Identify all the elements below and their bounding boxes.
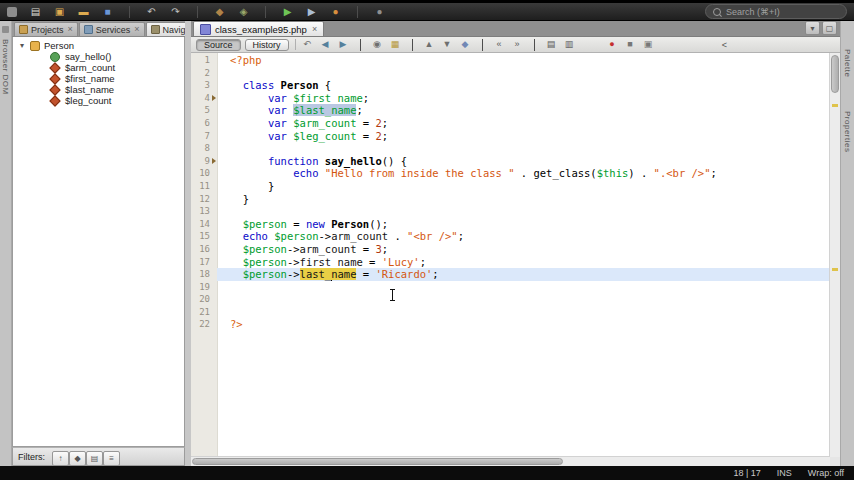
navigator-item[interactable]: $last_name <box>13 84 184 95</box>
back-icon[interactable]: ◀ <box>320 39 331 50</box>
navigator-item-person[interactable]: ▾ Person <box>13 40 184 51</box>
left-dock-strip[interactable]: Browser DOM <box>0 21 12 466</box>
filter-show-inherited-icon[interactable]: ↑ <box>52 451 69 466</box>
right-dock-strip[interactable]: Palette Properties <box>840 21 854 466</box>
run-project-icon[interactable]: ▶ <box>281 5 294 18</box>
insert-mode[interactable]: INS <box>777 468 792 478</box>
line-number[interactable]: 8 <box>191 142 217 155</box>
code-line[interactable]: 12 } <box>191 193 830 206</box>
code-line[interactable]: 19 <box>191 281 830 294</box>
line-number[interactable]: 12 <box>191 193 217 206</box>
shift-line-right-icon[interactable]: » <box>512 39 523 50</box>
scrollbar-thumb[interactable] <box>192 458 563 465</box>
code-line[interactable]: 15 echo $person->arm_count . "<br />"; <box>191 230 830 243</box>
find-selection-icon[interactable]: ◉ <box>372 39 383 50</box>
comment-icon[interactable]: ▤ <box>546 39 557 50</box>
code-line[interactable]: 4 var $first_name; <box>191 92 830 105</box>
code-line[interactable]: 10 echo "Hello from inside the class " .… <box>191 167 830 180</box>
line-number[interactable]: 6 <box>191 117 217 130</box>
highlight-search-icon[interactable]: ▦ <box>390 39 401 50</box>
line-number[interactable]: 14 <box>191 218 217 231</box>
next-bookmark-icon[interactable]: ▼ <box>442 39 453 50</box>
code-line[interactable]: 13 <box>191 205 830 218</box>
code-line[interactable]: 2 <box>191 67 830 80</box>
line-number[interactable]: 2 <box>191 67 217 80</box>
code-line[interactable]: 14 $person = new Person(); <box>191 218 830 231</box>
close-icon[interactable]: × <box>312 25 317 34</box>
code-line[interactable]: 16 $person->arm_count = 3; <box>191 243 830 256</box>
navigator-item[interactable]: $first_name <box>13 73 184 84</box>
minimized-window-label[interactable]: Browser DOM <box>1 39 10 95</box>
toolbar-overflow-icon[interactable]: < <box>722 40 727 50</box>
collapse-icon[interactable]: ▾ <box>18 42 26 50</box>
maximize-window-icon[interactable]: ▢ <box>822 21 837 35</box>
source-button[interactable]: Source <box>196 39 241 51</box>
save-all-icon[interactable]: ■ <box>101 5 114 18</box>
code-line[interactable]: 22?> <box>191 318 830 331</box>
debug-project-icon[interactable]: ▶ <box>305 5 318 18</box>
code-line[interactable]: 9 function say_hello() { <box>191 155 830 168</box>
line-number[interactable]: 20 <box>191 293 217 306</box>
quick-search[interactable]: Search (⌘+I) <box>705 4 847 19</box>
line-number[interactable]: 21 <box>191 306 217 319</box>
editor-tab[interactable]: class_example95.php × <box>193 21 324 36</box>
line-number[interactable]: 17 <box>191 256 217 269</box>
navigator-item[interactable]: $leg_count <box>13 95 184 106</box>
line-number[interactable]: 5 <box>191 104 217 117</box>
minimized-window-label[interactable]: Palette <box>843 49 852 77</box>
tab-projects[interactable]: Projects × <box>14 22 78 36</box>
line-number[interactable]: 11 <box>191 180 217 193</box>
filter-show-static-icon[interactable]: ▤ <box>86 451 103 466</box>
profile-project-icon[interactable]: ● <box>329 5 342 18</box>
line-number[interactable]: 16 <box>191 243 217 256</box>
code-line[interactable]: 20 <box>191 293 830 306</box>
stop-macro-recording-icon[interactable]: ■ <box>625 39 636 50</box>
open-project-icon[interactable]: ▬ <box>77 5 90 18</box>
code-line[interactable]: 5 var $last_name; <box>191 104 830 117</box>
vertical-scrollbar[interactable] <box>829 53 840 457</box>
new-project-icon[interactable]: ▣ <box>53 5 66 18</box>
start-macro-recording-icon[interactable]: ● <box>607 39 618 50</box>
line-number[interactable]: 22 <box>191 318 217 331</box>
line-number[interactable]: 19 <box>191 281 217 294</box>
code-line[interactable]: 17 $person->first_name = 'Lucy'; <box>191 256 830 269</box>
build-project-icon[interactable]: ◆ <box>213 5 226 18</box>
code-line[interactable]: 21 <box>191 306 830 319</box>
code-line[interactable]: 1<?php <box>191 54 830 67</box>
code-line[interactable]: 6 var $arm_count = 2; <box>191 117 830 130</box>
line-number[interactable]: 9 <box>191 155 217 168</box>
tab-list-icon[interactable]: ▾ <box>805 21 820 35</box>
occurrence-stripe-mark[interactable] <box>832 268 838 271</box>
navigator-item[interactable]: say_hello() <box>13 51 184 62</box>
filter-sort-alpha-icon[interactable]: ≡ <box>103 451 120 466</box>
code-line[interactable]: 18 $person->last_name = 'Ricardo'; <box>191 268 830 281</box>
history-button[interactable]: History <box>245 39 289 51</box>
new-file-icon[interactable]: ▤ <box>29 5 42 18</box>
close-icon[interactable]: × <box>68 25 73 34</box>
code-line[interactable]: 11 } <box>191 180 830 193</box>
close-icon[interactable]: × <box>134 25 139 34</box>
redo-icon[interactable]: ↷ <box>169 5 182 18</box>
insert-code-icon[interactable]: ▣ <box>643 39 654 50</box>
code-editor[interactable]: 1<?php23 class Person {4 var $first_name… <box>191 53 840 466</box>
code-line[interactable]: 3 class Person { <box>191 79 830 92</box>
undo-icon[interactable]: ↶ <box>145 5 158 18</box>
line-number[interactable]: 7 <box>191 130 217 143</box>
clean-build-project-icon[interactable]: ◈ <box>237 5 250 18</box>
uncomment-icon[interactable]: ▥ <box>564 39 575 50</box>
line-number[interactable]: 15 <box>191 230 217 243</box>
navigator-item[interactable]: $arm_count <box>13 62 184 73</box>
horizontal-scrollbar[interactable] <box>191 456 830 466</box>
line-number[interactable]: 4 <box>191 92 217 105</box>
toggle-bookmark-icon[interactable]: ◆ <box>460 39 471 50</box>
team-server-icon[interactable]: ● <box>373 5 386 18</box>
occurrence-stripe-mark[interactable] <box>832 104 838 107</box>
forward-icon[interactable]: ▶ <box>338 39 349 50</box>
line-number[interactable]: 13 <box>191 205 217 218</box>
code-line[interactable]: 7 var $leg_count = 2; <box>191 130 830 143</box>
scrollbar-thumb[interactable] <box>831 55 839 93</box>
line-number[interactable]: 1 <box>191 54 217 67</box>
shift-line-left-icon[interactable]: « <box>494 39 505 50</box>
last-edit-position-icon[interactable]: ↶ <box>302 39 313 50</box>
line-number[interactable]: 18 <box>191 268 217 281</box>
